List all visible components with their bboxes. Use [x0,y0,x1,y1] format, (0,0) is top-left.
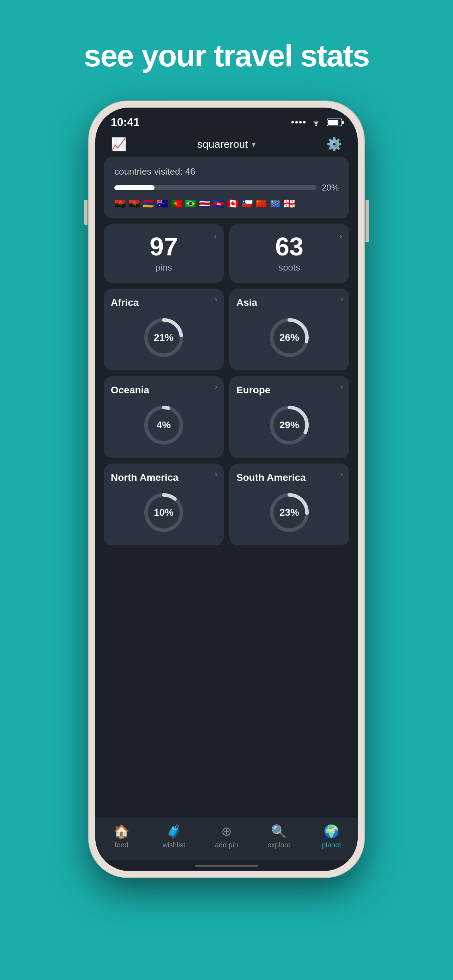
spots-label: spots [240,262,339,273]
spots-card[interactable]: › 63 spots [229,224,349,283]
wifi-icon [310,118,322,127]
signal-dots-icon [291,121,305,124]
content-area: countries visited: 46 20% 🇦🇴🇦🇴🇦🇲🇦🇺🇵🇹🇧🇷🇨🇷… [95,157,358,818]
battery-icon [327,119,342,126]
home-indicator [95,861,358,871]
region-name: South America [236,472,306,483]
nav-item-wishlist[interactable]: 🧳wishlist [153,824,195,849]
flag-emoji: 🇨🇦 [227,198,238,209]
regions-grid: › Africa 21% › Asia 26% › Oceania [104,289,349,546]
region-card-north-america[interactable]: › North America 10% [104,463,224,546]
nav-item-feed[interactable]: 🏠feed [100,824,143,849]
status-icons [291,118,342,127]
pins-label: pins [114,262,213,273]
pins-chevron-icon: › [214,231,217,241]
progress-percentage: 20% [322,183,339,192]
region-percentage: 26% [280,332,299,343]
countries-card: countries visited: 46 20% 🇦🇴🇦🇴🇦🇲🇦🇺🇵🇹🇧🇷🇨🇷… [104,157,349,218]
progress-row: 20% [114,183,339,192]
flag-emoji: 🇨🇱 [241,198,253,209]
region-name: Europe [236,385,270,396]
nav-item-add-pin[interactable]: ⊕add pin [205,824,248,849]
promo-title: see your travel stats [84,39,369,73]
chart-icon: 📈 [111,137,127,152]
nav-wishlist-icon: 🧳 [166,824,182,839]
nav-item-explore[interactable]: 🔍explore [258,824,300,849]
flag-row: 🇦🇴🇦🇴🇦🇲🇦🇺🇵🇹🇧🇷🇨🇷🇰🇭🇨🇦🇨🇱🇨🇳🇨🇩🇬🇪 [114,198,339,209]
flag-emoji: 🇦🇴 [114,198,126,209]
pins-card[interactable]: › 97 pins [104,224,224,283]
region-chevron-icon: › [340,295,343,304]
region-name: North America [111,472,178,483]
nav-add-pin-label: add pin [215,841,238,849]
nav-title-area[interactable]: squarerout ▾ [197,138,256,150]
region-name: Oceania [111,385,149,396]
region-circle-progress: 26% [266,315,312,361]
region-circle-progress: 21% [141,315,187,361]
region-percentage: 21% [154,332,173,343]
region-card-oceania[interactable]: › Oceania 4% [104,376,224,458]
flag-emoji: 🇨🇷 [199,198,210,209]
region-circle-progress: 4% [141,402,187,448]
region-card-europe[interactable]: › Europe 29% [229,376,349,458]
nav-chevron-icon: ▾ [251,139,256,149]
phone-mockup: 10:41 [89,101,364,877]
bottom-nav: 🏠feed🧳wishlist⊕add pin🔍explore🌍planet [95,818,358,861]
region-card-africa[interactable]: › Africa 21% [104,289,224,371]
region-chevron-icon: › [340,382,343,391]
nav-explore-label: explore [267,841,291,849]
region-percentage: 4% [157,420,171,431]
nav-planet-label: planet [322,841,341,849]
flag-emoji: 🇵🇹 [171,198,182,209]
nav-username: squarerout [197,138,248,150]
flag-emoji: 🇬🇪 [284,198,295,209]
flag-emoji: 🇰🇭 [213,198,224,209]
svg-point-0 [315,125,317,126]
pins-number: 97 [114,234,213,259]
spots-number: 63 [240,234,339,259]
nav-item-planet[interactable]: 🌍planet [310,824,353,849]
region-percentage: 23% [280,507,299,518]
flag-emoji: 🇦🇺 [157,198,168,209]
progress-bar-background [114,185,316,190]
progress-bar-fill [114,185,154,190]
region-chevron-icon: › [340,470,343,479]
nav-planet-icon: 🌍 [324,824,339,839]
region-circle-progress: 10% [141,490,187,536]
flag-emoji: 🇦🇴 [129,198,140,209]
region-circle-progress: 23% [266,490,312,536]
home-bar [195,865,258,867]
region-name: Africa [111,297,139,308]
phone-screen: 10:41 [95,108,358,871]
app-nav-bar: 📈 squarerout ▾ ⚙️ [95,132,358,157]
settings-gear-icon[interactable]: ⚙️ [326,137,342,152]
spots-chevron-icon: › [339,231,342,241]
region-percentage: 10% [154,507,173,518]
region-chevron-icon: › [215,382,217,391]
flag-emoji: 🇨🇳 [256,198,267,209]
status-time: 10:41 [111,116,140,129]
nav-feed-label: feed [114,841,129,849]
flag-emoji: 🇧🇷 [185,198,196,209]
countries-label: countries visited: 46 [114,166,339,177]
nav-wishlist-label: wishlist [163,841,185,849]
region-chevron-icon: › [215,295,217,304]
region-card-asia[interactable]: › Asia 26% [229,289,349,371]
region-name: Asia [236,297,257,308]
flag-emoji: 🇦🇲 [143,198,154,209]
region-circle-progress: 29% [266,402,312,448]
region-card-south-america[interactable]: › South America 23% [229,463,349,546]
nav-feed-icon: 🏠 [114,824,129,839]
flag-emoji: 🇨🇩 [270,198,281,209]
nav-add-pin-icon: ⊕ [221,824,232,839]
nav-explore-icon: 🔍 [271,824,287,839]
notch [188,108,265,123]
region-percentage: 29% [280,420,299,431]
stats-grid: › 97 pins › 63 spots [104,224,349,283]
region-chevron-icon: › [215,470,217,479]
